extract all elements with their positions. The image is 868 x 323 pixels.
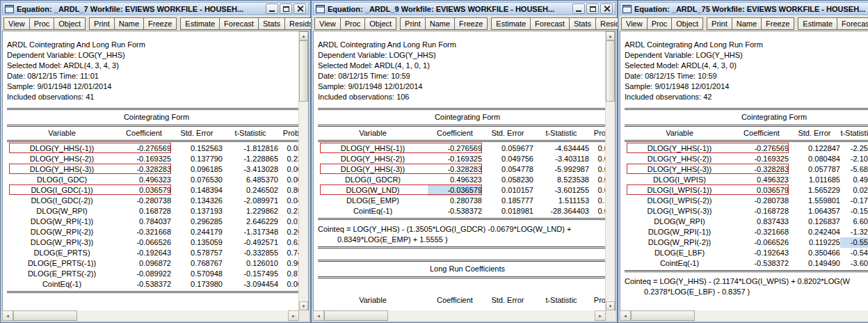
value-cell[interactable]: -0.280738	[117, 196, 171, 206]
toolbar-button-name[interactable]: Name	[425, 17, 455, 30]
value-cell[interactable]: -1.812816	[223, 143, 278, 154]
scroll-down-icon[interactable]: ▼	[606, 301, 615, 310]
horizontal-scroll-track[interactable]	[13, 310, 288, 321]
output-view[interactable]: ARDL Cointegrating And Long Run FormDepe…	[3, 31, 298, 310]
toolbar-button-view[interactable]: View	[621, 17, 648, 30]
horizontal-scrollbar[interactable]: ◄ ►	[620, 310, 868, 321]
variable-cell[interactable]: DLOG(W_RPI(-3))	[7, 237, 117, 248]
variable-cell[interactable]: DLOG(I_WPIS(-2))	[625, 196, 734, 206]
value-cell[interactable]: -0.549	[840, 248, 868, 258]
value-cell[interactable]: -28.364403	[533, 206, 589, 216]
toolbar-button-stats[interactable]: Stats	[569, 17, 596, 30]
value-cell[interactable]: -0.036579	[428, 185, 482, 196]
value-cell[interactable]: 1.559801	[789, 196, 840, 206]
horizontal-scrollbar[interactable]: ◄ ►	[2, 310, 299, 321]
value-cell[interactable]: -1.317348	[223, 227, 278, 237]
value-cell[interactable]: 0.807	[278, 185, 298, 196]
variable-cell[interactable]: DLOG(Y_HHS(-2))	[318, 154, 428, 164]
toolbar-button-print[interactable]: Print	[89, 17, 115, 30]
value-cell[interactable]: 0.280738	[428, 196, 482, 206]
value-cell[interactable]: 0.057787	[789, 164, 840, 175]
close-button[interactable]	[600, 3, 613, 14]
variable-cell[interactable]: DLOG(I_WPIS(-3))	[625, 206, 734, 216]
variable-cell[interactable]: DLOG(I_GDC(-1))	[7, 185, 117, 196]
value-cell[interactable]: 0.126837	[789, 216, 840, 227]
value-cell[interactable]: -0.276569	[117, 143, 171, 154]
scroll-right-icon[interactable]: ►	[288, 310, 299, 321]
value-cell[interactable]: -0.321668	[734, 227, 789, 237]
value-cell[interactable]: -0.328283	[117, 164, 171, 175]
horizontal-scroll-track[interactable]	[631, 310, 868, 321]
value-cell[interactable]: 0.137790	[171, 154, 223, 164]
toolbar-button-object[interactable]: Object	[671, 17, 703, 30]
value-cell[interactable]: -0.332855	[223, 248, 278, 258]
variable-cell[interactable]: CointEq(-1)	[625, 258, 734, 269]
value-cell[interactable]: -2.103	[840, 154, 868, 164]
value-cell[interactable]: 0.036579	[734, 185, 789, 196]
value-cell[interactable]: 0.784037	[117, 216, 171, 227]
titlebar[interactable]: Equation: _ARDL_75 Workfile: EVIEWS WORK…	[620, 2, 868, 15]
value-cell[interactable]: 0.001	[589, 154, 605, 164]
value-cell[interactable]: 0.076530	[171, 175, 223, 185]
value-cell[interactable]: 0.023	[840, 185, 868, 196]
value-cell[interactable]: 0.876	[278, 269, 298, 279]
toolbar-button-view[interactable]: View	[3, 17, 30, 30]
value-cell[interactable]: 0.350466	[789, 248, 840, 258]
variable-cell[interactable]: DLOG(W_RPI(-2))	[625, 237, 734, 248]
value-cell[interactable]: -3.403118	[533, 154, 589, 164]
value-cell[interactable]: -0.328283	[428, 164, 482, 175]
value-cell[interactable]: 0.496323	[117, 175, 171, 185]
value-cell[interactable]: -0.157495	[223, 269, 278, 279]
horizontal-scroll-thumb[interactable]	[631, 310, 695, 321]
value-cell[interactable]: -0.192643	[734, 248, 789, 258]
variable-cell[interactable]: DLOG(W_RPI(-1))	[625, 227, 734, 237]
value-cell[interactable]: 0.742	[278, 248, 298, 258]
scroll-up-icon[interactable]: ▲	[299, 31, 308, 40]
value-cell[interactable]: 0.837433	[734, 216, 789, 227]
scroll-up-icon[interactable]: ▲	[606, 31, 615, 40]
value-cell[interactable]: 0.578757	[171, 248, 223, 258]
variable-cell[interactable]: DLOG(Y_HHS(-3))	[318, 164, 428, 175]
vertical-scrollbar[interactable]: ▲ ▼	[605, 31, 615, 310]
value-cell[interactable]: -0.169325	[117, 154, 171, 164]
value-cell[interactable]: 0.059677	[482, 143, 533, 154]
value-cell[interactable]: 1.064357	[789, 206, 840, 216]
value-cell[interactable]: 1.229862	[223, 206, 278, 216]
value-cell[interactable]: -0.557	[840, 237, 868, 248]
value-cell[interactable]: 0.242404	[789, 227, 840, 237]
value-cell[interactable]: 0.082	[278, 143, 298, 154]
toolbar-button-print[interactable]: Print	[400, 17, 426, 30]
toolbar-button-proc[interactable]: Proc	[647, 17, 673, 30]
toolbar-button-freeze[interactable]: Freeze	[761, 17, 794, 30]
toolbar-button-print[interactable]: Print	[707, 17, 732, 30]
value-cell[interactable]: 0.152563	[171, 143, 223, 154]
horizontal-scroll-thumb[interactable]	[13, 310, 77, 321]
value-cell[interactable]: 0.496323	[428, 175, 482, 185]
value-cell[interactable]: -0.538372	[117, 279, 171, 290]
value-cell[interactable]: -3.094454	[223, 279, 278, 290]
value-cell[interactable]: -0.538372	[428, 206, 482, 216]
variable-cell[interactable]: DLOG(E_LBF)	[625, 248, 734, 258]
horizontal-scroll-track[interactable]	[324, 310, 595, 321]
value-cell[interactable]: 0.148394	[171, 185, 223, 196]
value-cell[interactable]: 0.000	[278, 175, 298, 185]
horizontal-scroll-thumb[interactable]	[324, 310, 388, 321]
variable-cell[interactable]: DLOG(W_RPI)	[7, 206, 117, 216]
value-cell[interactable]: -0.276569	[428, 143, 482, 154]
value-cell[interactable]: 0.135059	[171, 237, 223, 248]
value-cell[interactable]: -3.413028	[223, 164, 278, 175]
toolbar-button-object[interactable]: Object	[54, 17, 86, 30]
value-cell[interactable]: 0.080484	[789, 154, 840, 164]
value-cell[interactable]: 6.602	[840, 216, 868, 227]
value-cell[interactable]: 0.000	[589, 175, 605, 185]
variable-cell[interactable]: DLOG(Y_HHS(-1))	[318, 143, 428, 154]
toolbar-button-estimate[interactable]: Estimate	[798, 17, 837, 30]
value-cell[interactable]: -0.169325	[734, 154, 789, 164]
value-cell[interactable]: -0.492571	[223, 237, 278, 248]
value-cell[interactable]: 0.570948	[171, 269, 223, 279]
value-cell[interactable]: 0.036579	[117, 185, 171, 196]
variable-cell[interactable]: DLOG(I_GDC)	[7, 175, 117, 185]
value-cell[interactable]: 0.231	[278, 154, 298, 164]
value-cell[interactable]: -4.634445	[533, 143, 589, 154]
value-cell[interactable]: 0.126010	[223, 258, 278, 269]
